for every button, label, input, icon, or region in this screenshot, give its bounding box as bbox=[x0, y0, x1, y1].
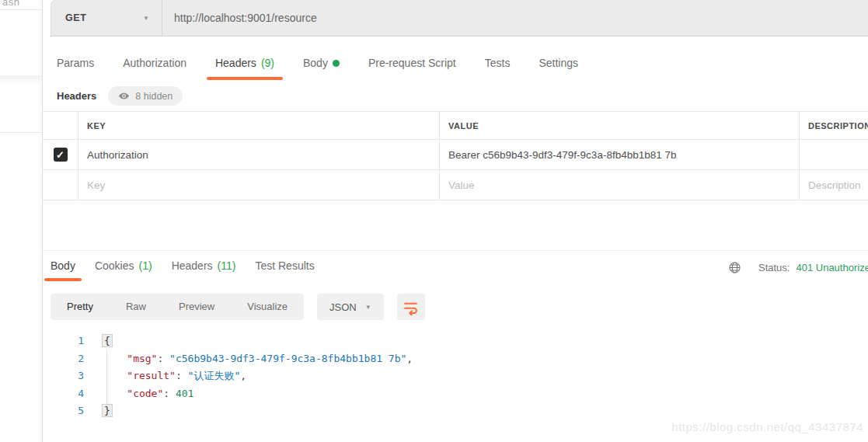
code-text: } bbox=[103, 402, 112, 420]
table-row-new: Key Value Description bbox=[43, 170, 868, 200]
request-tabs: ParamsAuthorizationHeaders(9)BodyPre-req… bbox=[57, 57, 578, 69]
row-checkbox[interactable]: ✓ bbox=[54, 148, 68, 162]
header-description-cell[interactable] bbox=[799, 140, 868, 169]
watermark-text: https://blog.csdn.net/qq_43437874 bbox=[671, 420, 863, 433]
new-header-description-input[interactable]: Description bbox=[799, 170, 868, 200]
sidebar-text-fragment: ash bbox=[2, 0, 19, 8]
line-number[interactable]: 5 bbox=[76, 402, 84, 420]
url-input[interactable] bbox=[162, 0, 868, 36]
json-token-number: 401 bbox=[176, 388, 193, 399]
key-column-header: KEY bbox=[78, 112, 439, 139]
tab-label: Authorization bbox=[123, 57, 186, 69]
code-text: "code": 401 bbox=[103, 385, 193, 403]
wrap-text-button[interactable] bbox=[397, 294, 425, 320]
json-token-punct: : bbox=[163, 388, 176, 399]
code-line: 4 "code": 401 bbox=[0, 385, 868, 403]
request-tab-body[interactable]: Body bbox=[303, 57, 340, 69]
code-line: 3 "result": "认证失败", bbox=[0, 367, 868, 385]
headers-table-header: KEY VALUE DESCRIPTION bbox=[43, 111, 868, 140]
hidden-headers-toggle[interactable]: 8 hidden bbox=[108, 86, 183, 106]
view-mode-preview[interactable]: Preview bbox=[162, 294, 231, 320]
tab-label: Settings bbox=[539, 57, 578, 69]
code-text: { bbox=[103, 332, 112, 350]
tab-label: Cookies bbox=[95, 259, 134, 272]
json-token-punct bbox=[103, 388, 127, 399]
request-tab-pre-request-script[interactable]: Pre-request Script bbox=[368, 57, 456, 69]
response-tab-body[interactable]: Body bbox=[51, 259, 75, 272]
json-token-string: "c56b9b43-9df3-479f-9c3a-8fb4bb1b81 7b" bbox=[169, 353, 406, 364]
tab-label: Body bbox=[51, 259, 75, 272]
status-label: Status: bbox=[758, 262, 790, 273]
response-body-json: 1{2 "msg": "c56b9b43-9df3-479f-9c3a-8fb4… bbox=[0, 332, 868, 420]
request-tab-authorization[interactable]: Authorization bbox=[123, 57, 186, 69]
chevron-down-icon: ▼ bbox=[143, 15, 149, 22]
json-token-punct: , bbox=[240, 370, 246, 381]
header-value-cell[interactable]: Bearer c56b9b43-9df3-479f-9c3a-8fb4bb1b8… bbox=[439, 140, 799, 169]
tab-count: (9) bbox=[261, 57, 274, 69]
request-tab-params[interactable]: Params bbox=[57, 57, 94, 69]
json-token-punct: : bbox=[157, 353, 169, 364]
json-token-key: "msg" bbox=[127, 353, 157, 364]
line-number[interactable]: 4 bbox=[76, 385, 84, 403]
method-dropdown[interactable]: GET ▼ bbox=[51, 0, 162, 36]
code-line: 5} bbox=[0, 402, 868, 420]
hidden-headers-count: 8 hidden bbox=[135, 91, 173, 102]
format-dropdown[interactable]: JSON ▼ bbox=[317, 294, 384, 320]
response-status-area: Status: 401 Unauthorized bbox=[728, 261, 868, 274]
tab-label: Tests bbox=[485, 57, 511, 69]
new-header-value-input[interactable]: Value bbox=[439, 170, 799, 200]
json-token-brace: } bbox=[103, 405, 112, 416]
line-number[interactable]: 1 bbox=[76, 332, 84, 350]
headers-section-title: Headers bbox=[57, 90, 96, 102]
json-token-punct bbox=[103, 353, 127, 364]
checkbox-column-header bbox=[43, 112, 78, 139]
value-column-header: VALUE bbox=[439, 112, 799, 139]
json-token-string: "认证失败" bbox=[188, 370, 241, 381]
code-text: "msg": "c56b9b43-9df3-479f-9c3a-8fb4bb1b… bbox=[103, 350, 413, 368]
request-tab-tests[interactable]: Tests bbox=[485, 57, 511, 69]
view-mode-visualize[interactable]: Visualize bbox=[231, 294, 304, 320]
response-section-divider bbox=[43, 250, 868, 251]
wrap-text-icon bbox=[403, 299, 419, 315]
request-tab-settings[interactable]: Settings bbox=[539, 57, 578, 69]
json-token-brace: { bbox=[103, 335, 112, 346]
tab-label: Headers bbox=[215, 57, 256, 69]
code-text: "result": "认证失败", bbox=[103, 367, 246, 385]
eye-icon bbox=[118, 90, 130, 102]
tab-label: Headers bbox=[172, 259, 213, 272]
view-mode-pretty[interactable]: Pretty bbox=[51, 294, 110, 320]
code-line: 1{ bbox=[0, 332, 868, 350]
json-token-punct: : bbox=[176, 370, 188, 381]
json-token-punct: , bbox=[406, 353, 413, 364]
line-number[interactable]: 3 bbox=[76, 367, 84, 385]
format-label: JSON bbox=[329, 301, 357, 313]
view-mode-raw[interactable]: Raw bbox=[110, 294, 162, 320]
line-number[interactable]: 2 bbox=[76, 350, 84, 368]
headers-table: KEY VALUE DESCRIPTION ✓ Authorization Be… bbox=[43, 111, 868, 200]
method-label: GET bbox=[65, 12, 87, 23]
globe-icon bbox=[728, 261, 741, 274]
new-header-key-input[interactable]: Key bbox=[78, 170, 439, 200]
table-row: ✓ Authorization Bearer c56b9b43-9df3-479… bbox=[43, 140, 868, 170]
request-url-bar: GET ▼ bbox=[51, 0, 868, 37]
tab-label: Test Results bbox=[255, 259, 314, 272]
description-column-header: DESCRIPTION bbox=[799, 112, 868, 139]
view-mode-segmented-control: PrettyRawPreviewVisualize bbox=[51, 294, 304, 320]
chevron-down-icon: ▼ bbox=[365, 304, 371, 311]
unsaved-changes-dot bbox=[333, 60, 340, 67]
request-tab-headers[interactable]: Headers(9) bbox=[215, 57, 274, 69]
response-tabs: BodyCookies(1)Headers(11)Test Results bbox=[51, 259, 315, 272]
tab-count: (1) bbox=[139, 259, 152, 272]
tab-label: Params bbox=[57, 57, 94, 69]
response-tab-test-results[interactable]: Test Results bbox=[255, 259, 314, 272]
response-tab-cookies[interactable]: Cookies(1) bbox=[95, 259, 152, 272]
checkbox-cell-empty bbox=[43, 170, 78, 200]
json-token-key: "result" bbox=[127, 370, 176, 381]
response-toolbar: PrettyRawPreviewVisualize JSON ▼ bbox=[51, 294, 425, 320]
header-key-cell[interactable]: Authorization bbox=[78, 140, 439, 169]
sidebar-divider bbox=[0, 9, 43, 10]
tab-label: Body bbox=[303, 57, 328, 69]
status-code-badge[interactable]: 401 Unauthorized bbox=[796, 262, 868, 273]
checkbox-cell: ✓ bbox=[43, 140, 78, 169]
response-tab-headers[interactable]: Headers(11) bbox=[172, 259, 236, 272]
